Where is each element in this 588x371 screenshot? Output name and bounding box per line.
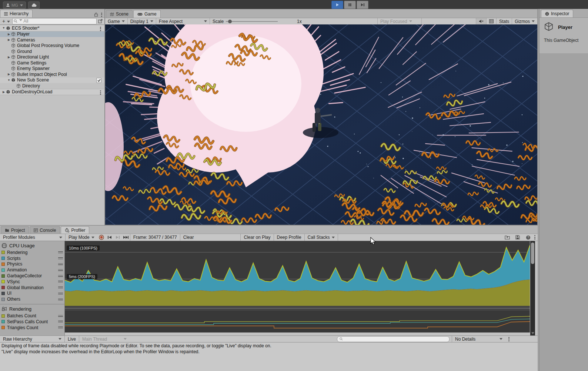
expand-arrow-icon[interactable]: ▶ xyxy=(7,56,11,59)
hierarchy-item-new-sub-scene[interactable]: ▼New Sub Scene xyxy=(0,77,104,83)
play-focused-dropdown[interactable]: Play Focused xyxy=(377,18,422,24)
drag-handle-icon[interactable] xyxy=(58,280,63,283)
cpu-legend-garbagecollector[interactable]: GarbageCollector xyxy=(0,273,64,279)
profiler-menu-icon[interactable] xyxy=(534,235,535,240)
tab-profiler[interactable]: Profiler xyxy=(61,226,89,234)
cpu-legend-ui[interactable]: UI xyxy=(0,291,64,297)
cpu-legend-rendering[interactable]: Rendering xyxy=(0,250,64,255)
create-dropdown[interactable]: + xyxy=(0,18,11,24)
drag-handle-icon[interactable] xyxy=(58,251,63,254)
display-target-dropdown[interactable]: Game xyxy=(105,18,128,24)
tab-inspector[interactable]: Inspector xyxy=(541,10,573,17)
account-dropdown[interactable]: MG xyxy=(3,1,26,9)
play-button[interactable] xyxy=(331,1,343,9)
hierarchy-item-bullet-impact-object-pool[interactable]: ▶Bullet Impact Object Pool xyxy=(0,71,104,77)
hierarchy-item-global-post-processing-volume[interactable]: Global Post Processing Volume xyxy=(0,43,104,49)
drag-handle-icon[interactable] xyxy=(58,326,63,329)
cpu-legend-others[interactable]: Others xyxy=(0,296,64,302)
hierarchy-item-enemy-spawner[interactable]: Enemy Spawner xyxy=(0,66,104,72)
clear-on-play-button[interactable]: Clear on Play xyxy=(240,234,273,241)
cpu-legend-physics[interactable]: Physics xyxy=(0,261,64,267)
drag-handle-icon[interactable] xyxy=(58,314,63,318)
item-menu-icon[interactable] xyxy=(100,26,101,31)
display-dropdown[interactable]: Display 1 xyxy=(128,18,156,24)
subscene-checkbox[interactable] xyxy=(96,78,101,83)
scrollbar-down-arrow[interactable] xyxy=(531,332,534,334)
hierarchy-item-dontdestroyonload[interactable]: ▶DontDestroyOnLoad xyxy=(0,89,104,96)
call-stacks-dropdown[interactable]: Call Stacks xyxy=(304,234,338,241)
deep-profile-button[interactable]: Deep Profile xyxy=(274,234,304,241)
thread-dropdown[interactable]: Main Thread xyxy=(79,336,130,342)
drag-handle-icon[interactable] xyxy=(58,263,63,266)
hierarchy-item-directory[interactable]: Directory xyxy=(0,83,104,89)
lock-icon[interactable] xyxy=(94,13,98,17)
play-mode-dropdown[interactable]: Play Mode xyxy=(66,234,97,241)
expand-arrow-icon[interactable]: ▶ xyxy=(7,73,11,76)
vsync-grid-button[interactable] xyxy=(487,18,497,24)
charts-scrollbar[interactable] xyxy=(530,241,535,337)
cpu-legend-scripts[interactable]: Scripts xyxy=(0,255,64,261)
popout-icon[interactable] xyxy=(98,19,104,23)
stats-button[interactable]: Stats xyxy=(497,18,512,24)
drag-handle-icon[interactable] xyxy=(58,298,63,301)
last-frame-button[interactable] xyxy=(122,234,130,240)
game-viewport[interactable] xyxy=(105,24,537,225)
pause-button[interactable] xyxy=(344,1,356,9)
expand-arrow-icon[interactable]: ▼ xyxy=(1,26,6,30)
drag-handle-icon[interactable] xyxy=(58,286,63,289)
tab-game[interactable]: Game xyxy=(133,10,161,18)
drag-handle-icon[interactable] xyxy=(58,274,63,278)
cpu-legend-vsync[interactable]: VSync xyxy=(0,279,64,285)
hierarchy-item-cameras[interactable]: ▶Cameras xyxy=(0,37,104,43)
save-profile-icon[interactable] xyxy=(514,234,522,240)
live-toggle[interactable]: Live xyxy=(65,336,79,342)
next-frame-button[interactable] xyxy=(114,234,122,240)
hierarchy-menu-icon[interactable] xyxy=(101,12,102,17)
hierarchy-item-game-settings[interactable]: Game Settings xyxy=(0,60,104,66)
drag-handle-icon[interactable] xyxy=(58,320,63,323)
gizmos-dropdown[interactable]: Gizmos xyxy=(512,18,537,24)
help-icon[interactable]: ? xyxy=(524,234,532,240)
hierarchy-item-ground[interactable]: Ground xyxy=(0,49,104,54)
cpu-legend-animation[interactable]: Animation xyxy=(0,267,64,273)
tab-hierarchy[interactable]: Hierarchy xyxy=(0,10,33,17)
hierarchy-search-input[interactable]: All xyxy=(12,18,97,24)
profiler-modules-dropdown[interactable]: Profiler Modules xyxy=(0,234,66,241)
mute-audio-button[interactable] xyxy=(476,18,487,24)
expand-arrow-icon[interactable]: ▶ xyxy=(7,33,11,36)
scrollbar-thumb[interactable] xyxy=(531,243,534,264)
details-dropdown[interactable]: No Details xyxy=(452,336,505,342)
rendering-module-header[interactable]: Rendering xyxy=(0,304,64,313)
expand-arrow-icon[interactable]: ▼ xyxy=(7,78,11,82)
rendering-legend-triangles-count[interactable]: Triangles Count xyxy=(0,325,64,331)
tab-project[interactable]: Project xyxy=(1,226,29,234)
cpu-legend-global-illumination[interactable]: Global Illumination xyxy=(0,285,64,291)
cpu-usage-chart[interactable]: 10ms (100FPS) 5ms (200FPS) xyxy=(65,241,530,306)
scale-slider[interactable] xyxy=(226,21,278,22)
load-profile-icon[interactable] xyxy=(503,234,511,240)
hierarchy-item-directional-light[interactable]: ▶Directional Light xyxy=(0,54,104,60)
record-button[interactable] xyxy=(97,234,106,240)
clear-button[interactable]: Clear xyxy=(180,234,197,241)
rendering-chart[interactable] xyxy=(65,311,530,332)
expand-arrow-icon[interactable]: ▶ xyxy=(1,90,6,94)
rendering-legend-batches-count[interactable]: Batches Count xyxy=(0,313,64,319)
prev-frame-button[interactable] xyxy=(106,234,114,240)
expand-arrow-icon[interactable]: ▶ xyxy=(7,38,11,41)
rendering-legend-setpass-calls-count[interactable]: SetPass Calls Count xyxy=(0,319,64,325)
tab-console[interactable]: Console xyxy=(30,226,60,234)
drag-handle-icon[interactable] xyxy=(58,268,63,272)
hierarchy-item-ecs-shooter[interactable]: ▼ECS Shooter* xyxy=(0,25,104,31)
aspect-dropdown[interactable]: Free Aspect xyxy=(156,18,210,24)
cpu-module-header[interactable]: CPU CPU Usage xyxy=(0,241,64,250)
item-menu-icon[interactable] xyxy=(100,90,101,96)
drag-handle-icon[interactable] xyxy=(58,292,63,295)
footer-menu-icon[interactable] xyxy=(508,336,510,342)
hierarchy-mode-dropdown[interactable]: Raw Hierarchy xyxy=(0,336,65,342)
drag-handle-icon[interactable] xyxy=(58,257,63,260)
step-button[interactable] xyxy=(357,1,368,9)
hierarchy-item-player[interactable]: ▶Player xyxy=(0,31,104,37)
tab-scene[interactable]: Scene xyxy=(106,10,133,18)
profiler-search-input[interactable] xyxy=(337,336,450,342)
cloud-button[interactable] xyxy=(28,1,40,9)
